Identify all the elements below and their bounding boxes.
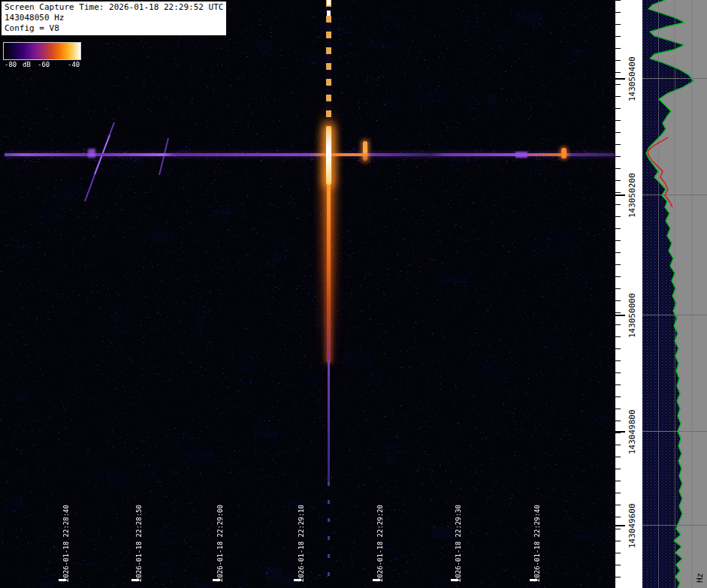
meteor-echo-streak-2 [159,138,168,175]
frequency-unit-label: Hz [696,573,704,583]
capture-time-text: Screen Capture Time: 2026-01-18 22:29:52… [5,2,223,13]
config-text: Config = V8 [5,23,223,34]
burst-bottom-dots [328,482,330,588]
colorbar-gradient [3,42,81,60]
frequency-axis-label: 143049600 [628,503,636,548]
frequency-axis-label: 143049800 [628,409,636,454]
meteor-echo-streaks [0,0,615,588]
capture-info-overlay: Screen Capture Time: 2026-01-18 22:29:52… [2,2,226,35]
frequency-axis-label: 143050200 [628,173,636,218]
frequency-axis-label: 143050000 [628,293,636,338]
signal-spot-orange-dot [561,148,567,158]
colorbar-label-mid: -60 [38,61,50,68]
burst-lower [328,360,330,484]
burst-tail [327,183,331,362]
frequency-major-tick [615,525,625,526]
colorbar-label-high: -40 [68,61,80,68]
signal-spot-streak-crossing [88,149,95,158]
time-axis-tick [131,579,139,581]
spectrogram-app-window: 2026-01-18 22:28:40 2026-01-18 22:28:50 … [0,0,707,588]
frequency-major-tick [615,315,625,316]
time-axis-tick [451,579,458,581]
burst-core [326,126,331,185]
frequency-axis-label: 143050400 [628,56,636,101]
colorbar-label-low: -80 [5,61,17,68]
time-axis-tick [59,579,66,581]
signal-spot-bright [363,141,367,161]
time-axis-tick [373,579,380,581]
burst-dashes-top-bright [327,0,331,20]
time-axis-tick [294,579,301,581]
frequency-major-tick [615,78,625,80]
capture-frequency-text: 143048050 Hz [5,13,223,23]
frequency-major-tick [615,194,625,196]
frequency-major-tick [615,431,625,433]
colorbar-labels: -80 dB -60 -40 [3,60,83,69]
time-axis-tick [213,579,220,581]
time-axis-tick [530,579,537,581]
spectrum-panel [642,0,707,588]
colorbar-unit-label: dB [23,61,31,68]
signal-spot-purple-blob [515,152,527,158]
colorbar: -80 dB -60 -40 [3,42,83,69]
